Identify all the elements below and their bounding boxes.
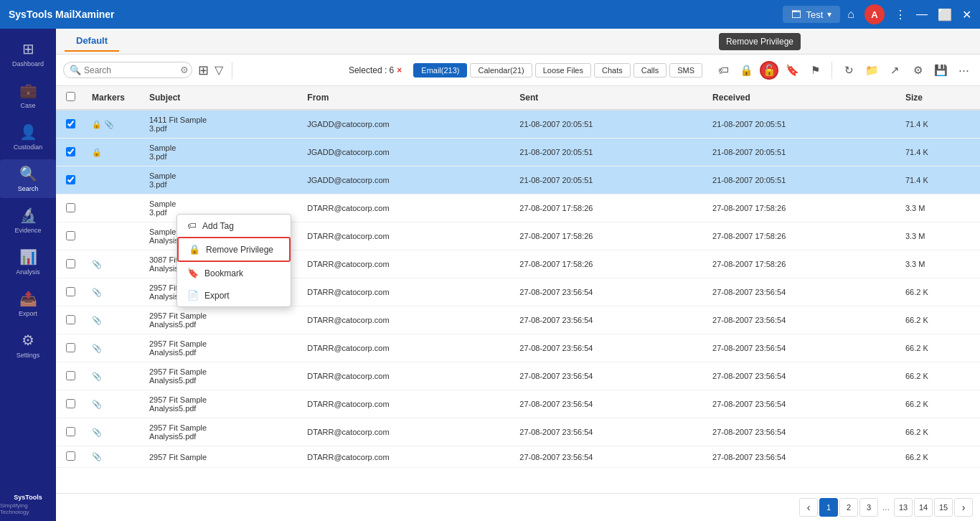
- sidebar-item-analysis[interactable]: 📊 Analysis: [0, 243, 56, 281]
- filter-button[interactable]: ▽: [215, 63, 223, 77]
- row-checkbox-cell[interactable]: [56, 222, 85, 250]
- row-received: 27-08-2007 17:58:26: [705, 222, 898, 250]
- page-2-button[interactable]: 2: [839, 498, 858, 517]
- row-checkbox[interactable]: [66, 343, 75, 352]
- row-checkbox[interactable]: [66, 427, 75, 436]
- search-box[interactable]: 🔍 ⚙: [63, 62, 192, 78]
- app-title: SysTools MailXaminer: [9, 9, 776, 20]
- sidebar-label-search: Search: [18, 185, 39, 192]
- avatar[interactable]: A: [864, 4, 885, 24]
- sidebar-item-dashboard[interactable]: ⊞ Dashboard: [0, 34, 56, 73]
- col-select[interactable]: [56, 86, 85, 110]
- table-row: Sample 3.pdfJGADD@catocorp.com21-08-2007…: [56, 166, 980, 194]
- clear-selection-button[interactable]: ×: [397, 65, 402, 75]
- sidebar-item-custodian[interactable]: 👤 Custodian: [0, 118, 56, 156]
- view-toggle-button[interactable]: ⊞: [198, 62, 209, 78]
- row-size: 71.4 K: [898, 139, 980, 166]
- sidebar-item-settings[interactable]: ⚙ Settings: [0, 326, 56, 365]
- minimize-button[interactable]: —: [916, 8, 928, 21]
- row-checkbox-cell[interactable]: [56, 390, 85, 418]
- row-sent: 27-08-2007 23:56:54: [512, 446, 705, 468]
- filter-tab-sms[interactable]: SMS: [669, 63, 702, 78]
- prev-page-button[interactable]: ‹: [799, 498, 818, 517]
- context-remove-privilege[interactable]: 🔒 Remove Privilege: [177, 237, 291, 262]
- lock-icon[interactable]: 🔒: [737, 61, 755, 80]
- folder-icon[interactable]: 📁: [862, 61, 881, 80]
- row-checkbox[interactable]: [66, 451, 75, 461]
- filter-tab-chats[interactable]: Chats: [594, 63, 631, 78]
- row-checkbox-cell[interactable]: [56, 110, 85, 139]
- row-markers: [85, 222, 142, 250]
- filter-tab-calls[interactable]: Calls: [633, 63, 666, 78]
- row-checkbox-cell[interactable]: [56, 362, 85, 390]
- row-received: 27-08-2007 23:56:54: [705, 278, 898, 306]
- row-checkbox-cell[interactable]: [56, 250, 85, 278]
- context-export[interactable]: 📄 Export: [177, 284, 291, 306]
- row-checkbox-cell[interactable]: [56, 334, 85, 362]
- filter-tab-email[interactable]: Email(213): [413, 63, 467, 78]
- row-received: 21-08-2007 20:05:51: [705, 166, 898, 194]
- flag-icon[interactable]: ⚑: [806, 61, 824, 80]
- remove-privilege-icon[interactable]: 🔓: [760, 61, 778, 80]
- close-button[interactable]: ✕: [962, 8, 971, 22]
- refresh-icon[interactable]: ↻: [839, 61, 858, 80]
- more-action-icon[interactable]: ⋯: [954, 61, 973, 80]
- row-checkbox-cell[interactable]: [56, 278, 85, 306]
- row-checkbox-cell[interactable]: [56, 446, 85, 468]
- table-header-row: Markers Subject From Sent Received Size: [56, 86, 980, 110]
- context-bookmark[interactable]: 🔖 Bookmark: [177, 262, 291, 284]
- row-sent: 27-08-2007 23:56:54: [512, 334, 705, 362]
- home-button[interactable]: ⌂: [847, 8, 854, 21]
- row-sent: 27-08-2007 17:58:26: [512, 250, 705, 278]
- row-checkbox[interactable]: [66, 147, 75, 156]
- row-checkbox-cell[interactable]: [56, 166, 85, 194]
- row-checkbox[interactable]: [66, 119, 75, 128]
- row-received: 21-08-2007 20:05:51: [705, 110, 898, 139]
- row-checkbox-cell[interactable]: [56, 418, 85, 446]
- maximize-button[interactable]: ⬜: [938, 8, 952, 22]
- search-input[interactable]: [84, 65, 177, 75]
- export-action-icon[interactable]: ↗: [885, 61, 904, 80]
- page-1-button[interactable]: 1: [819, 498, 838, 517]
- context-add-tag[interactable]: 🏷 Add Tag: [177, 215, 291, 237]
- row-checkbox[interactable]: [66, 315, 75, 324]
- sidebar-item-evidence[interactable]: 🔬 Evidence: [0, 201, 56, 240]
- row-checkbox[interactable]: [66, 371, 75, 380]
- attachment-icon: 📎: [92, 288, 102, 297]
- row-markers: 📎: [85, 334, 142, 362]
- row-checkbox[interactable]: [66, 231, 75, 240]
- tab-default[interactable]: Default: [65, 31, 119, 52]
- row-checkbox[interactable]: [66, 287, 75, 296]
- row-received: 27-08-2007 23:56:54: [705, 390, 898, 418]
- row-checkbox[interactable]: [66, 175, 75, 184]
- more-button[interactable]: ⋮: [895, 8, 906, 22]
- row-markers: 📎: [85, 446, 142, 468]
- row-checkbox[interactable]: [66, 399, 75, 408]
- select-all-checkbox[interactable]: [66, 92, 75, 101]
- page-14-button[interactable]: 14: [914, 498, 933, 517]
- row-checkbox-cell[interactable]: [56, 139, 85, 166]
- page-3-button[interactable]: 3: [859, 498, 878, 517]
- sidebar-item-case[interactable]: 💼 Case: [0, 76, 56, 115]
- row-size: 71.4 K: [898, 110, 980, 139]
- row-checkbox[interactable]: [66, 203, 75, 212]
- row-subject: 2957 Fit Sample Analysis5.pdf: [142, 390, 300, 418]
- filter-tab-loose[interactable]: Loose Files: [535, 63, 591, 78]
- page-15-button[interactable]: 15: [934, 498, 953, 517]
- row-sent: 27-08-2007 23:56:54: [512, 278, 705, 306]
- workspace-dropdown-icon[interactable]: ▾: [827, 9, 831, 19]
- tag-icon[interactable]: 🏷: [714, 61, 732, 80]
- row-checkbox-cell[interactable]: [56, 194, 85, 222]
- row-markers: 📎: [85, 418, 142, 446]
- row-checkbox[interactable]: [66, 259, 75, 268]
- save-icon[interactable]: 💾: [931, 61, 950, 80]
- filter-tab-calendar[interactable]: Calendar(21): [470, 63, 532, 78]
- settings-action-icon[interactable]: ⚙: [908, 61, 927, 80]
- bookmark-icon[interactable]: 🔖: [783, 61, 801, 80]
- sidebar-item-export[interactable]: 📤 Export: [0, 284, 56, 323]
- page-13-button[interactable]: 13: [894, 498, 913, 517]
- next-page-button[interactable]: ›: [954, 498, 973, 517]
- row-checkbox-cell[interactable]: [56, 306, 85, 334]
- search-settings-icon[interactable]: ⚙: [180, 65, 189, 75]
- sidebar-item-search[interactable]: 🔍 Search: [0, 159, 56, 198]
